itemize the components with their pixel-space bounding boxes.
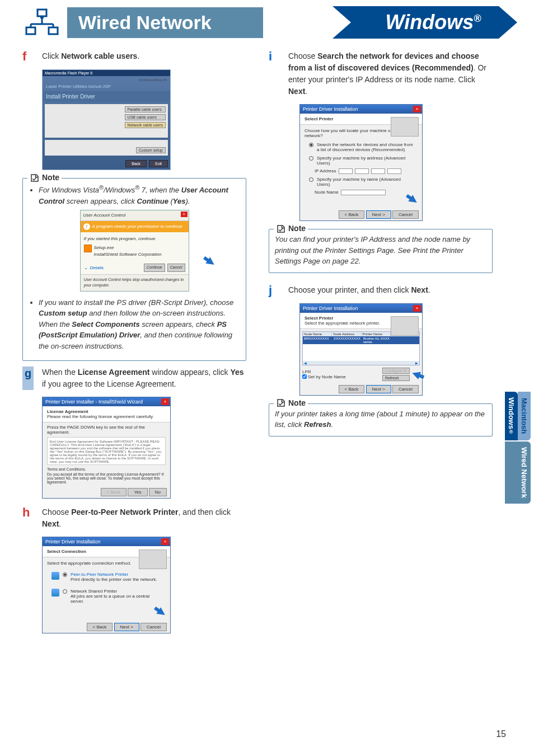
scroll-left-icon[interactable]: ◀ xyxy=(303,361,308,365)
close-icon[interactable]: × xyxy=(161,398,169,405)
exit-button[interactable]: Exit xyxy=(149,160,168,167)
details-link[interactable]: Details xyxy=(90,265,104,271)
back-button[interactable]: < Back xyxy=(87,623,113,631)
uac-started-text: If you started this program, continue. xyxy=(84,236,185,242)
install-title: Install Printer Driver xyxy=(43,91,170,102)
opt-address[interactable]: Specify your machine by address (Advance… xyxy=(305,154,418,167)
step-g: g When the License Agreement window appe… xyxy=(22,367,246,390)
network-cable-button[interactable]: Network cable users xyxy=(125,122,166,128)
node-label: Node Name xyxy=(315,190,339,195)
uac-titlebar: User Account Control× xyxy=(81,210,189,221)
text: Click xyxy=(42,51,61,60)
node-field[interactable] xyxy=(341,190,386,195)
text: . xyxy=(137,51,139,60)
shared-icon xyxy=(51,589,59,597)
step-j: j Choose your printer, and then click Ne… xyxy=(269,284,493,297)
note-box-3: Note If your printer takes a long time (… xyxy=(269,403,493,436)
note-box-1: Note For Windows Vista®/Windows® 7, when… xyxy=(22,178,246,361)
chevron-down-icon[interactable]: ⌄ xyxy=(84,265,88,271)
peer-icon xyxy=(51,572,59,580)
tab-wired-network[interactable]: Wired Network xyxy=(505,442,531,504)
radio-icon[interactable] xyxy=(63,589,67,594)
back-button[interactable]: < Back xyxy=(339,210,365,219)
radio-icon[interactable] xyxy=(309,143,313,147)
custom-setup-button[interactable]: Custom setup xyxy=(136,147,166,153)
next-button[interactable]: Next > xyxy=(114,623,139,631)
printer-list-screenshot: Printer Driver Installation× Select Prin… xyxy=(299,303,423,396)
note-item-2: If you want to install the PS driver (BR… xyxy=(39,297,240,352)
opt-name[interactable]: Specify your machine by name (Advanced U… xyxy=(305,175,418,189)
step-letter-i: i xyxy=(269,50,280,97)
printer-image xyxy=(391,316,419,336)
pl-sub: Select the appropriate network printer. xyxy=(305,321,380,326)
step-letter-f: f xyxy=(22,50,34,63)
program-icon xyxy=(84,245,92,252)
svg-rect-6 xyxy=(26,27,35,34)
step-letter-j: j xyxy=(269,284,280,297)
note-text: Note xyxy=(42,172,59,184)
pl-heading: Select Printer xyxy=(305,316,334,321)
sort-checkbox[interactable]: Set by Node Name xyxy=(302,374,346,379)
next-button[interactable]: Next > xyxy=(366,385,391,393)
accept-question: Do you accept all the terms of the prece… xyxy=(47,472,166,484)
next-button[interactable]: Next > xyxy=(366,210,391,219)
parallel-button[interactable]: Parallel cable users xyxy=(125,106,166,112)
arrow-icon xyxy=(411,369,421,379)
option-peer[interactable]: Peer-to-Peer Network Printer Print direc… xyxy=(47,570,166,584)
continue-button[interactable]: Continue xyxy=(144,264,165,272)
cancel-button[interactable]: Cancel xyxy=(167,264,185,272)
svg-rect-7 xyxy=(49,27,58,34)
page-header: Wired Network Windows® xyxy=(22,6,517,39)
yes-button[interactable]: Yes xyxy=(128,488,147,496)
close-icon[interactable]: × xyxy=(181,212,188,217)
option-shared[interactable]: Network Shared Printer All jobs are sent… xyxy=(47,587,166,605)
product-line: Laser Printer Utilities bizhub 20P xyxy=(46,84,167,89)
cancel-button[interactable]: Cancel xyxy=(392,385,419,393)
connection-titlebar: Printer Driver Installation× xyxy=(43,537,170,546)
step-i: i Choose Search the network for devices … xyxy=(269,50,493,97)
terms-label: Terms and Conditions. xyxy=(47,467,166,471)
table-row[interactable]: BRNXXXXXXXX XXXXXXXXXXXX Brother HL-XXXX… xyxy=(303,336,419,344)
os-name: Windows xyxy=(386,11,474,34)
connection-screenshot: Printer Driver Installation× Select Conn… xyxy=(42,537,171,633)
uac-program: Setup.exe xyxy=(94,245,162,251)
step-i-text: Choose Search the network for devices an… xyxy=(288,50,493,97)
refresh-button[interactable]: Refresh xyxy=(382,375,410,381)
scroll-right-icon[interactable]: ▶ xyxy=(414,361,419,365)
close-icon[interactable]: × xyxy=(161,538,169,545)
shield-icon: ! xyxy=(83,223,90,230)
cancel-button[interactable]: Cancel xyxy=(392,210,419,219)
registered-symbol: ® xyxy=(474,13,481,24)
step-f-text: Click Network cable users. xyxy=(42,50,246,63)
ip-label: IP Address xyxy=(315,168,336,174)
radio-icon[interactable] xyxy=(309,156,313,161)
note-label: Note xyxy=(274,397,308,409)
license-sub: Please read the following license agreem… xyxy=(47,414,154,419)
note-box-2: Note You can find your printer's IP Addr… xyxy=(269,229,493,273)
tab-macintosh[interactable]: Macintosh xyxy=(518,392,531,440)
cancel-button[interactable]: Cancel xyxy=(140,623,167,631)
wired-network-title: Wired Network xyxy=(67,7,263,38)
note-label: Note xyxy=(27,172,62,184)
eula-text: End-User License Agreement for Software … xyxy=(47,437,166,465)
note-icon xyxy=(276,224,286,234)
uac-message: ! A program needs your permission to con… xyxy=(81,221,189,232)
radio-icon[interactable] xyxy=(309,177,313,182)
radio-selected-icon[interactable] xyxy=(63,572,67,577)
back-button[interactable]: < Back xyxy=(339,385,365,393)
network-icon xyxy=(22,6,62,39)
no-button[interactable]: No xyxy=(149,488,167,496)
close-icon[interactable]: × xyxy=(413,106,421,112)
connection-heading: Select Connection xyxy=(47,549,86,554)
select-printer-screenshot: Printer Driver Installation× Select Prin… xyxy=(299,104,423,221)
opt-search[interactable]: Search the network for devices and choos… xyxy=(305,140,418,154)
back-button: < Back xyxy=(101,488,127,496)
close-icon[interactable]: × xyxy=(413,305,421,312)
license-screenshot: Printer Driver Installer - InstallShield… xyxy=(42,397,171,499)
usb-button[interactable]: USB cable users xyxy=(125,114,166,120)
uac-footer: User Account Control helps stop unauthor… xyxy=(81,274,189,291)
ip-field[interactable] xyxy=(339,168,353,174)
back-button[interactable]: Back xyxy=(125,160,147,167)
tab-windows[interactable]: Windows® xyxy=(505,392,518,440)
right-column: i Choose Search the network for devices … xyxy=(269,50,493,641)
